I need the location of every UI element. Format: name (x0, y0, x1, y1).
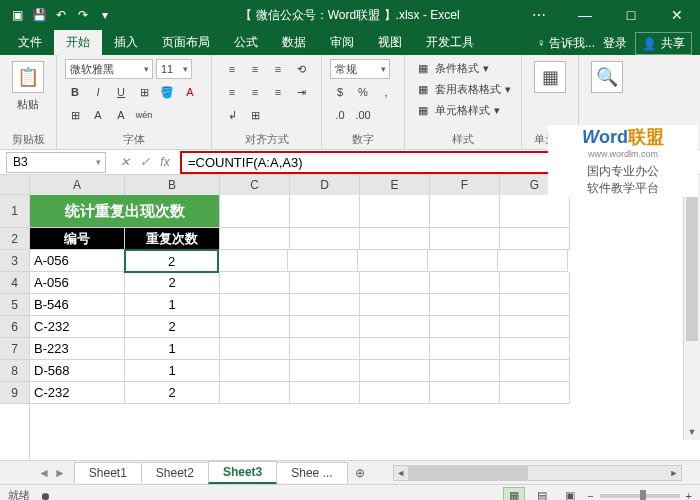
cell[interactable] (220, 195, 290, 228)
shrink-font-button[interactable]: A (111, 105, 131, 125)
cell[interactable] (220, 360, 290, 382)
scroll-thumb[interactable] (408, 466, 528, 480)
sheet-tab-4[interactable]: Shee ... (276, 462, 347, 483)
row-header-5[interactable]: 5 (0, 294, 30, 316)
tab-formulas[interactable]: 公式 (222, 30, 270, 55)
font-color-button[interactable]: A (180, 82, 200, 102)
conditional-format-button[interactable]: ▦条件格式 ▾ (413, 59, 491, 77)
view-normal-button[interactable]: ▦ (503, 487, 525, 501)
increase-decimal-button[interactable]: .0 (330, 105, 350, 125)
cell[interactable] (360, 195, 430, 228)
tab-file[interactable]: 文件 (6, 30, 54, 55)
cell[interactable] (288, 250, 358, 272)
cell[interactable] (430, 360, 500, 382)
cell[interactable] (218, 250, 288, 272)
phonetic-button[interactable]: wén (134, 105, 154, 125)
sheet-nav-next-icon[interactable]: ► (54, 466, 66, 480)
comma-button[interactable]: , (376, 82, 396, 102)
scroll-thumb[interactable] (686, 191, 698, 341)
grow-font-button[interactable]: A (88, 105, 108, 125)
cell[interactable] (290, 338, 360, 360)
cell[interactable] (500, 382, 570, 404)
cell[interactable] (220, 382, 290, 404)
col-header-a[interactable]: A (30, 175, 125, 195)
cell-b8[interactable]: 1 (125, 360, 220, 382)
tab-view[interactable]: 视图 (366, 30, 414, 55)
decrease-decimal-button[interactable]: .00 (353, 105, 373, 125)
sheet-tab-1[interactable]: Sheet1 (74, 462, 142, 483)
underline-button[interactable]: U (111, 82, 131, 102)
select-all-corner[interactable] (0, 175, 30, 195)
cell[interactable] (498, 250, 568, 272)
row-header-7[interactable]: 7 (0, 338, 30, 360)
minimize-button[interactable]: — (562, 0, 608, 30)
cell-a5[interactable]: B-546 (30, 294, 125, 316)
macro-record-icon[interactable]: ⏺ (40, 490, 51, 501)
cell[interactable] (360, 294, 430, 316)
tab-data[interactable]: 数据 (270, 30, 318, 55)
border-more-button[interactable]: ⊞ (65, 105, 85, 125)
orientation-button[interactable]: ⟲ (291, 59, 311, 79)
fx-icon[interactable]: fx (156, 155, 174, 169)
cell[interactable] (360, 360, 430, 382)
cell[interactable] (430, 228, 500, 250)
cell[interactable] (360, 382, 430, 404)
currency-button[interactable]: $ (330, 82, 350, 102)
cell[interactable] (290, 228, 360, 250)
cell[interactable] (430, 338, 500, 360)
col-header-d[interactable]: D (290, 175, 360, 195)
row-header-3[interactable]: 3 (0, 250, 30, 272)
cell[interactable] (500, 294, 570, 316)
paste-button[interactable]: 📋 粘贴 (8, 59, 48, 114)
maximize-button[interactable]: □ (608, 0, 654, 30)
view-page-break-button[interactable]: ▣ (559, 487, 581, 501)
cell[interactable] (290, 382, 360, 404)
cell[interactable] (430, 294, 500, 316)
tab-insert[interactable]: 插入 (102, 30, 150, 55)
ribbon-options-icon[interactable]: ⋯ (516, 0, 562, 30)
header-cell-a[interactable]: 编号 (30, 228, 125, 250)
cell[interactable] (500, 316, 570, 338)
italic-button[interactable]: I (88, 82, 108, 102)
sheet-tab-3[interactable]: Sheet3 (208, 461, 277, 484)
sheet-tab-2[interactable]: Sheet2 (141, 462, 209, 483)
font-name-combo[interactable]: 微软雅黑 (65, 59, 153, 79)
wrap-text-button[interactable]: ↲ (222, 105, 242, 125)
merged-title-cell[interactable]: 统计重复出现次数 (30, 195, 220, 228)
undo-icon[interactable]: ↶ (52, 6, 70, 24)
vertical-scrollbar[interactable]: ▲ ▼ (683, 175, 700, 440)
cell[interactable] (290, 272, 360, 294)
cell[interactable] (430, 272, 500, 294)
add-sheet-button[interactable]: ⊕ (347, 463, 373, 483)
cell-a8[interactable]: D-568 (30, 360, 125, 382)
row-header-6[interactable]: 6 (0, 316, 30, 338)
cell[interactable] (428, 250, 498, 272)
enter-formula-icon[interactable]: ✓ (136, 155, 154, 169)
row-header-1[interactable]: 1 (0, 195, 30, 228)
indent-button[interactable]: ⇥ (291, 82, 311, 102)
tab-developer[interactable]: 开发工具 (414, 30, 486, 55)
cell[interactable] (360, 228, 430, 250)
cell[interactable] (220, 294, 290, 316)
header-cell-b[interactable]: 重复次数 (125, 228, 220, 250)
cell[interactable] (500, 195, 570, 228)
cell-b3-active[interactable]: 2 (124, 249, 219, 273)
editing-button[interactable]: 🔍 (587, 59, 627, 95)
col-header-e[interactable]: E (360, 175, 430, 195)
cell-b4[interactable]: 2 (125, 272, 220, 294)
cell[interactable] (500, 338, 570, 360)
col-header-f[interactable]: F (430, 175, 500, 195)
cancel-formula-icon[interactable]: ✕ (116, 155, 134, 169)
fill-color-button[interactable]: 🪣 (157, 82, 177, 102)
cell[interactable] (360, 316, 430, 338)
font-size-combo[interactable]: 11 (156, 59, 192, 79)
cell[interactable] (358, 250, 428, 272)
cells-button[interactable]: ▦ (530, 59, 570, 95)
cell[interactable] (360, 272, 430, 294)
row-header-8[interactable]: 8 (0, 360, 30, 382)
cell-b6[interactable]: 2 (125, 316, 220, 338)
cell-a6[interactable]: C-232 (30, 316, 125, 338)
cell[interactable] (500, 228, 570, 250)
cell-a9[interactable]: C-232 (30, 382, 125, 404)
tab-layout[interactable]: 页面布局 (150, 30, 222, 55)
